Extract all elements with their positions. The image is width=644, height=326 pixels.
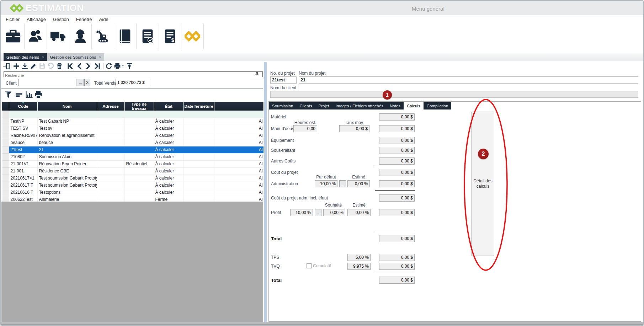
- heures-est-field[interactable]: 0,00: [293, 125, 317, 132]
- detail-des-calculs-button[interactable]: Détail des calculs: [472, 112, 494, 256]
- col-type-de-travaux[interactable]: Type de travaux: [124, 102, 154, 111]
- col-date-fermeture[interactable]: Date fermeture: [183, 102, 214, 111]
- table-row[interactable]: 20210617 TTest soumssion Gabarit Prototy…: [2, 182, 263, 189]
- last-icon[interactable]: [94, 63, 101, 70]
- search-input[interactable]: [4, 73, 250, 78]
- admin-browse-button[interactable]: ...: [339, 180, 346, 187]
- delete-icon[interactable]: [56, 63, 63, 70]
- truck-icon[interactable]: [47, 23, 69, 49]
- panel-splitter[interactable]: [264, 62, 267, 322]
- worker-icon[interactable]: [69, 23, 92, 49]
- menu-fichier[interactable]: Fichier: [2, 17, 23, 22]
- row-selector[interactable]: [2, 139, 9, 146]
- tab-clients[interactable]: Clients: [296, 102, 315, 109]
- chevron-down-icon[interactable]: ▾: [122, 64, 124, 68]
- clients-icon[interactable]: [25, 23, 47, 49]
- table-row[interactable]: 21-001V1Rénovation Bryen PoirierRésident…: [2, 160, 263, 167]
- print-icon[interactable]: [114, 63, 121, 70]
- cell-type: [124, 132, 154, 139]
- exit-icon[interactable]: [3, 63, 10, 70]
- row-selector[interactable]: [2, 167, 9, 175]
- col-code[interactable]: ▾Code: [9, 102, 37, 111]
- tab-projet[interactable]: Projet: [315, 102, 332, 109]
- project-name-field[interactable]: 21: [299, 76, 638, 84]
- menu-aide[interactable]: Aide: [96, 17, 112, 22]
- edit-icon[interactable]: [30, 63, 37, 70]
- profit-souhaite-field[interactable]: 0,00 %: [323, 209, 345, 216]
- project-no-label: No. du projet: [270, 71, 295, 76]
- col-adresse[interactable]: Adresse: [97, 102, 124, 111]
- close-icon[interactable]: ×: [99, 55, 101, 59]
- table-row[interactable]: 210802Soumission AlainÀ calculerAl: [2, 153, 263, 160]
- row-selector[interactable]: [2, 175, 9, 182]
- brand-gold-icon[interactable]: [181, 23, 204, 49]
- client-input[interactable]: [18, 79, 76, 86]
- profit-defaut-field[interactable]: 10,00 %: [290, 209, 313, 216]
- client-clear-button[interactable]: X: [84, 79, 90, 86]
- taux-moy-field[interactable]: 0,00 $: [339, 125, 369, 132]
- client-browse-button[interactable]: ...: [77, 79, 84, 86]
- catalog-icon[interactable]: [114, 23, 137, 49]
- row-selector[interactable]: [2, 118, 9, 125]
- table-row[interactable]: TestNPTest Gabarit NPÀ calculerAl: [2, 118, 263, 125]
- add-icon[interactable]: [13, 63, 20, 70]
- next-icon[interactable]: [85, 63, 92, 70]
- rows-icon[interactable]: [15, 90, 23, 99]
- filter-icon[interactable]: [4, 90, 13, 99]
- row-selector[interactable]: [2, 153, 9, 160]
- close-icon[interactable]: ×: [42, 55, 44, 59]
- menu-gestion[interactable]: Gestion: [49, 17, 73, 22]
- project-no-field[interactable]: 21test: [270, 76, 297, 84]
- cell-type: [124, 182, 154, 189]
- tab-images-fichiers-attaches[interactable]: Images / Fichiers attachés: [332, 102, 387, 109]
- excavator-icon[interactable]: [92, 23, 114, 49]
- table-row[interactable]: Racine.R5907Rénovation et agrandissemntÀ…: [2, 132, 263, 139]
- cumulatif-checkbox[interactable]: Cumulatif: [307, 263, 331, 268]
- table-row[interactable]: TEST SVTest svÀ calculerAl: [2, 125, 263, 132]
- row-selector[interactable]: [2, 146, 9, 153]
- export-icon[interactable]: [126, 63, 133, 70]
- row-selector[interactable]: [2, 125, 9, 132]
- table-row[interactable]: beaucebeauceÀ calculerAl: [2, 139, 263, 146]
- row-selector[interactable]: [2, 189, 9, 196]
- col-etat[interactable]: État: [154, 102, 183, 111]
- search-panel[interactable]: [4, 71, 263, 77]
- tab-compilation[interactable]: Compilation: [424, 102, 452, 109]
- profit-browse-button[interactable]: ...: [315, 209, 321, 216]
- cell-adresse: [97, 146, 124, 153]
- tab-soumission[interactable]: Soumission: [269, 102, 296, 109]
- menu-fenetre[interactable]: Fenêtre: [73, 17, 96, 22]
- tab-gestion-des-soumissions[interactable]: Gestion des Soumissions×: [47, 53, 104, 61]
- admin-defaut-field[interactable]: 10,00 %: [315, 180, 337, 187]
- previous-icon[interactable]: [76, 63, 83, 70]
- tab-notes[interactable]: Notes: [387, 102, 404, 109]
- table-row[interactable]: 21test21À calculerAl: [2, 146, 263, 153]
- document-dollar-icon[interactable]: $: [159, 23, 181, 49]
- tvq-pct-field[interactable]: 9,975 %: [347, 263, 371, 270]
- chart-icon[interactable]: [25, 90, 33, 99]
- brand-logo-icon: [10, 4, 23, 14]
- table-row[interactable]: 21-001Résidence CBEÀ calculerAl: [2, 167, 263, 175]
- row-selector[interactable]: [2, 160, 9, 167]
- menu-affichage[interactable]: Affichage: [23, 17, 49, 22]
- row-selector[interactable]: [2, 182, 9, 189]
- pin-icon[interactable]: [255, 72, 259, 78]
- tps-pct-field[interactable]: 5,00 %: [347, 254, 371, 261]
- printer-icon[interactable]: [34, 90, 43, 99]
- cell-code: 21-001V1: [9, 160, 37, 167]
- first-icon[interactable]: [67, 63, 74, 70]
- table-row[interactable]: 20210616 TTestoptionsÀ calculerAl: [2, 189, 263, 196]
- document-check-icon[interactable]: [137, 23, 159, 49]
- col-nom[interactable]: Nom: [37, 102, 97, 111]
- row-selector[interactable]: [2, 132, 9, 139]
- tab-gestion-des-items[interactable]: Gestion des items×: [4, 53, 47, 61]
- briefcase-icon[interactable]: [2, 23, 25, 49]
- table-row[interactable]: 20210617>1Test soumssion Gabarit Prototy…: [2, 175, 263, 182]
- checkbox-icon[interactable]: [307, 263, 312, 268]
- import-icon[interactable]: [21, 63, 28, 70]
- cell-etat: À calculer: [154, 139, 183, 146]
- tab-calculs[interactable]: Calculs: [404, 102, 424, 109]
- filter-row[interactable]: [2, 111, 263, 118]
- refresh-icon[interactable]: [105, 63, 112, 70]
- cell-adresse: [97, 182, 124, 189]
